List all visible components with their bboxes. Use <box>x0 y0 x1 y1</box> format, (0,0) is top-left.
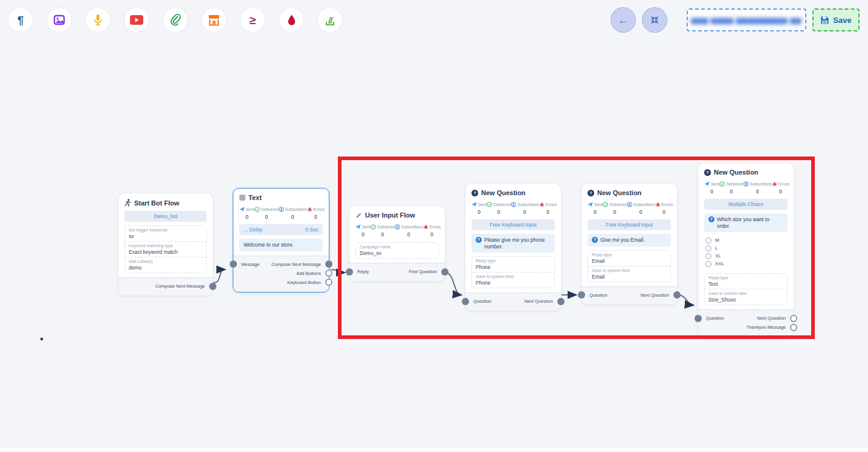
option-m[interactable]: M <box>705 237 786 244</box>
sequence-component-button[interactable] <box>317 7 343 33</box>
field-campaign-name[interactable]: Campaign name Demo_sv <box>356 243 438 258</box>
field-keyword-matching-type[interactable]: Keyword matching type Exact keyword matc… <box>125 241 206 257</box>
errors-icon <box>307 207 313 212</box>
question-message[interactable]: ? Please give me you phone number. <box>471 234 555 253</box>
node-user-input-flow[interactable]: User Input Flow Sent 0 Delivered 0 Subsc… <box>349 206 445 281</box>
port-message-in[interactable] <box>230 260 237 268</box>
field-reply-type[interactable]: Reply type Email <box>588 251 670 266</box>
back-button[interactable]: ← <box>611 7 636 33</box>
field-bot-trigger-keywords[interactable]: Bot trigger keywords sv <box>125 226 206 241</box>
node-start-bot-flow[interactable]: Start Bot Flow Demo_bot Bot trigger keyw… <box>118 193 213 295</box>
flow-name-input[interactable]: ▆▆▆ ▆▆▆▆ ▆▆▆▆▆▆▆▆▆ ▆▆ <box>687 8 806 31</box>
port-next-question[interactable] <box>673 291 681 299</box>
port-question-in[interactable] <box>578 291 585 299</box>
port-next-question[interactable] <box>557 298 565 305</box>
bot-name-button[interactable]: Demo_bot <box>125 211 207 222</box>
port-label-next-question: Next Question <box>640 292 669 298</box>
question-type-button[interactable]: Free Keyboard Input <box>588 219 671 230</box>
option-xl[interactable]: XL <box>705 253 786 259</box>
video-component-button[interactable] <box>124 7 149 33</box>
canvas-dot <box>40 338 43 340</box>
node-new-question-size[interactable]: ? New Question Sent 0 Delivered 0 Subscr… <box>698 163 794 337</box>
stat-delivered: Delivered 0 <box>371 224 395 237</box>
fit-view-button[interactable] <box>642 7 667 33</box>
message-content: Which size you want to order. <box>717 216 783 229</box>
drip-component-button[interactable] <box>279 7 304 33</box>
port-label-compose-next-message: Compose Next Message <box>155 283 205 289</box>
radio-icon <box>705 261 711 267</box>
field-label: Reply type <box>592 253 667 257</box>
message-text[interactable]: Welcome to our store. <box>239 239 323 251</box>
save-floppy-icon <box>820 16 829 25</box>
field-value: sv <box>129 233 202 239</box>
node-new-question-email[interactable]: ? New Question Sent 0 Delivered 0 Subscr… <box>581 184 677 305</box>
question-type-button[interactable]: Multiple Choice <box>704 199 788 210</box>
field-label: Campaign name <box>360 245 435 249</box>
sent-icon <box>239 207 245 212</box>
port-compose-next-message[interactable] <box>325 260 332 268</box>
question-mark-icon: ? <box>592 237 598 243</box>
field-value: demo <box>129 265 202 271</box>
field-reply-type[interactable]: Reply type Text <box>705 274 787 289</box>
port-compose-next-message[interactable] <box>209 283 216 290</box>
ecommerce-component-button[interactable] <box>201 7 227 33</box>
stat-sent: Sent 0 <box>588 202 603 215</box>
start-fields: Bot trigger keywords sv Keyword matching… <box>125 225 207 273</box>
youtube-icon <box>130 15 143 25</box>
port-question-in[interactable] <box>695 315 702 322</box>
question-icon: ? <box>588 190 594 196</box>
node-footer: Reply First Question <box>349 263 445 281</box>
question-mark-icon: ? <box>708 216 714 222</box>
port-first-question[interactable] <box>441 268 449 276</box>
node-footer: Message Compose Next Message Add Buttons… <box>233 256 329 292</box>
text-component-button[interactable]: ¶ <box>8 7 33 33</box>
sent-icon <box>588 202 593 207</box>
field-save-to-system-field[interactable]: Save to system field Email <box>588 266 670 282</box>
question-type-button[interactable]: Free Keyboard Input <box>471 219 555 230</box>
field-save-to-custom-field[interactable]: Save to custom field Size_Shuvo <box>705 289 787 305</box>
node-footer: Question Next Question <box>465 292 561 311</box>
option-label: M <box>715 237 719 243</box>
stats-row: Sent 0 Delivered 0 Subscribers 0 Errors … <box>465 198 561 216</box>
option-xxl[interactable]: XXL <box>705 260 786 267</box>
port-reply-in[interactable] <box>346 268 353 276</box>
port-question-in[interactable] <box>462 298 469 305</box>
option-l[interactable]: L <box>705 245 786 251</box>
delivered-icon <box>603 202 608 207</box>
question-message[interactable]: ? Give me you Email. <box>588 234 671 247</box>
option-label: XL <box>715 253 721 259</box>
port-keyboard-button[interactable] <box>325 279 332 286</box>
delay-setting[interactable]: ... Delay 0 Sec <box>239 224 323 235</box>
errors-icon <box>423 224 429 230</box>
node-new-question-phone[interactable]: ? New Question Sent 0 Delivered 0 Subscr… <box>465 184 561 311</box>
condition-component-button[interactable]: ≥ <box>240 7 265 33</box>
image-component-button[interactable] <box>47 7 72 33</box>
port-label-reply: Reply <box>357 269 369 274</box>
stat-subscribers: Subscribers 0 <box>627 202 655 215</box>
field-value: Email <box>592 258 667 264</box>
question-message[interactable]: ? Which size you want to order. <box>704 213 788 232</box>
audio-component-button[interactable] <box>85 7 111 33</box>
radio-icon <box>705 245 711 251</box>
subscribers-icon <box>627 202 632 207</box>
stat-subscribers: Subscribers 0 <box>511 202 539 215</box>
droplet-icon <box>287 15 296 26</box>
field-label: Save to custom field <box>708 291 783 295</box>
field-add-labels[interactable]: Add Label(s) demo <box>125 257 206 273</box>
field-save-to-system-field[interactable]: Save to system field Phone <box>472 272 554 288</box>
field-value: Size_Shuvo <box>708 297 783 303</box>
file-component-button[interactable] <box>163 7 188 33</box>
save-button[interactable]: Save <box>812 8 860 31</box>
flow-builder-canvas[interactable]: ¶ <box>0 0 868 452</box>
node-text[interactable]: Text Sent 0 Delivered 0 Subscribers 0 Er… <box>233 188 329 292</box>
microphone-icon <box>92 14 103 26</box>
port-next-question[interactable] <box>790 315 797 322</box>
message-content: Please give me you phone number. <box>484 237 551 250</box>
node-title-text: User Input Flow <box>365 211 415 219</box>
port-thankyou-message[interactable] <box>790 324 797 331</box>
port-label-compose-next-message: Compose Next Message <box>271 262 321 267</box>
port-add-buttons[interactable] <box>325 270 332 277</box>
field-label: Reply type <box>708 276 783 280</box>
field-label: Save to system field <box>592 268 667 273</box>
field-reply-type[interactable]: Reply type Phone <box>472 257 554 272</box>
